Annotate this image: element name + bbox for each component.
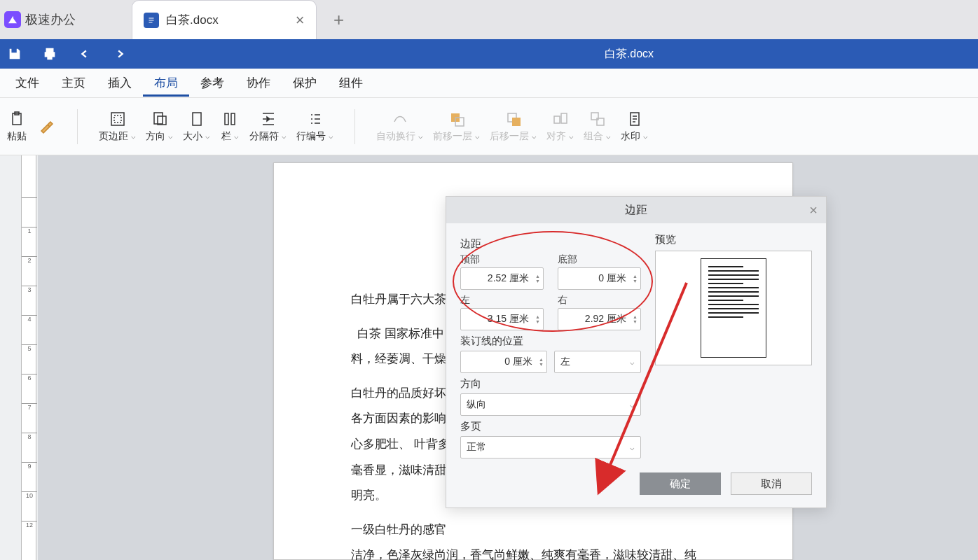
close-tab-icon[interactable]: ×	[296, 11, 305, 29]
bottom-margin-input[interactable]: 0 厘米▲▼	[558, 267, 641, 290]
svg-rect-13	[554, 116, 560, 123]
vertical-ruler: 1 2 3 4 5 6 7 8 9 10 12	[0, 155, 38, 560]
format-painter-button[interactable]	[36, 118, 56, 135]
top-margin-input[interactable]: 2.52 厘米▲▼	[460, 267, 544, 290]
menu-protect[interactable]: 保护	[282, 69, 328, 97]
section-multipage: 多页	[460, 420, 641, 433]
svg-rect-2	[111, 113, 124, 125]
dialog-titlebar: 边距 ×	[446, 197, 826, 223]
preview-box	[655, 251, 812, 365]
document-tab[interactable]: 白茶.docx ×	[132, 0, 317, 39]
app-icon	[4, 11, 21, 28]
document-title: 白茶.docx	[605, 47, 654, 62]
right-margin-input[interactable]: 2.92 厘米▲▼	[558, 308, 641, 330]
svg-rect-3	[114, 115, 121, 122]
svg-rect-12	[512, 118, 521, 126]
menu-file[interactable]: 文件	[4, 69, 50, 97]
gutter-input[interactable]: 0 厘米▲▼	[460, 351, 547, 373]
save-icon[interactable]	[7, 46, 22, 62]
svg-rect-8	[231, 113, 235, 125]
app-name: 极速办公	[25, 11, 76, 28]
columns-button[interactable]: 栏	[220, 111, 240, 143]
new-tab-button[interactable]: +	[324, 4, 354, 35]
autowrap-button: 自动换行	[376, 111, 423, 143]
svg-rect-7	[225, 113, 228, 125]
left-label: 左	[460, 294, 544, 307]
section-gutter: 装订线的位置	[460, 335, 641, 348]
print-icon[interactable]	[42, 46, 57, 62]
multipage-select[interactable]: 正常	[460, 436, 641, 458]
cancel-button[interactable]: 取消	[731, 472, 812, 495]
tab-title: 白茶.docx	[166, 12, 219, 28]
preview-page-icon	[701, 258, 766, 358]
paragraph: 洁净，色泽灰绿尚润，香气尚鲜嫩、纯爽有毫香，滋味较清甜、纯爽，	[351, 545, 715, 560]
ribbon: 粘贴 页边距 方向 大小 栏 分隔符 行编号	[0, 98, 978, 155]
margins-button[interactable]: 页边距	[99, 111, 136, 143]
send-backward-button: 后移一层	[490, 111, 537, 143]
svg-rect-5	[158, 116, 166, 125]
doc-icon	[144, 13, 159, 28]
top-label: 顶部	[460, 253, 544, 266]
svg-rect-4	[154, 113, 163, 124]
orientation-button[interactable]: 方向	[146, 111, 173, 143]
line-numbers-button[interactable]: 行编号	[296, 111, 333, 143]
redo-icon[interactable]	[112, 46, 128, 62]
menu-insert[interactable]: 插入	[97, 69, 143, 97]
menu-layout[interactable]: 布局	[143, 69, 189, 97]
section-margins: 边距	[460, 237, 641, 251]
group-button: 组合	[584, 111, 611, 143]
titlebar: 极速办公 白茶.docx × +	[0, 0, 978, 39]
left-margin-input[interactable]: 3.15 厘米▲▼	[460, 308, 544, 330]
paragraph: 一级白牡丹的感官	[351, 519, 715, 541]
bring-forward-button: 前移一层	[433, 111, 480, 143]
menu-plugin[interactable]: 组件	[328, 69, 374, 97]
preview-label: 预览	[655, 233, 812, 246]
menu-reference[interactable]: 参考	[189, 69, 235, 97]
gutter-position-select[interactable]: 左	[554, 351, 641, 373]
bottom-label: 底部	[558, 253, 641, 266]
section-orientation: 方向	[460, 377, 641, 391]
quick-access-toolbar: 白茶.docx	[0, 39, 978, 69]
breaks-button[interactable]: 分隔符	[249, 111, 287, 143]
menu-home[interactable]: 主页	[50, 69, 97, 97]
dialog-title: 边距	[625, 203, 647, 218]
paste-button[interactable]: 粘贴	[7, 111, 27, 143]
size-button[interactable]: 大小	[183, 111, 210, 143]
menu-cooperate[interactable]: 协作	[235, 69, 282, 97]
svg-rect-14	[561, 113, 567, 123]
menubar: 文件 主页 插入 布局 参考 协作 保护 组件	[0, 69, 978, 98]
orientation-select[interactable]: 纵向	[460, 393, 641, 416]
svg-rect-6	[193, 113, 201, 125]
right-label: 右	[558, 294, 641, 307]
margins-dialog: 边距 × 边距 顶部 2.52 厘米▲▼ 底部 0 厘米▲▼ 左 3.15 厘米…	[446, 196, 827, 508]
watermark-button[interactable]: 水印	[621, 111, 648, 143]
close-dialog-icon[interactable]: ×	[809, 202, 818, 218]
align-button: 对齐	[546, 111, 574, 143]
undo-icon[interactable]	[77, 46, 92, 62]
ok-button[interactable]: 确定	[640, 472, 721, 495]
